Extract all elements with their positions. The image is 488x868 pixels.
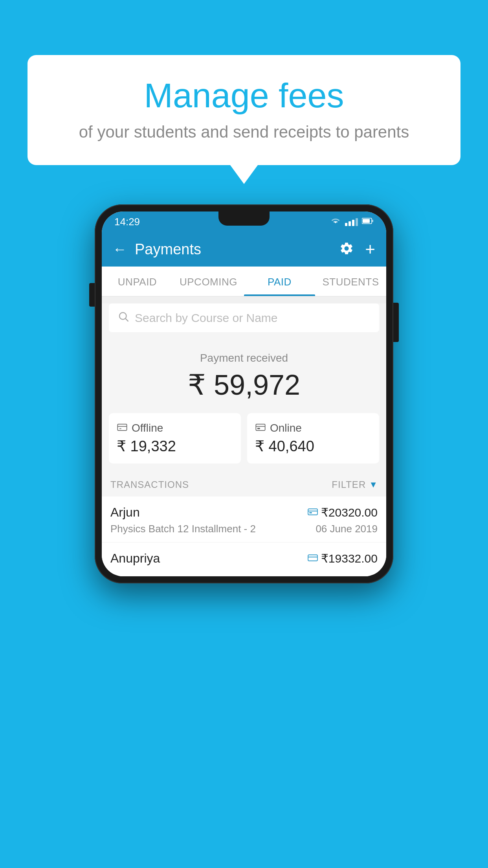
payment-amount: ₹ 59,972 [102,368,386,401]
offline-card-header: Offline [117,422,233,434]
tab-students[interactable]: STUDENTS [315,267,386,296]
transactions-label: TRANSACTIONS [110,479,189,490]
online-card: Online ₹ 40,640 [247,413,379,463]
speech-bubble-subtitle: of your students and send receipts to pa… [51,123,437,142]
svg-line-4 [126,319,128,322]
phone-container: 14:29 [95,204,393,583]
offline-type-icon-2 [308,554,318,563]
offline-card: Offline ₹ 19,332 [109,413,241,463]
transaction-name-2: Anupriya [110,551,160,566]
online-label: Online [270,422,302,434]
app-bar-actions: + [339,239,375,259]
online-amount: ₹ 40,640 [255,438,371,455]
speech-bubble-container: Manage fees of your students and send re… [28,55,460,165]
back-button[interactable]: ← [113,241,127,257]
online-card-header: Online [255,422,371,434]
status-icons [330,216,374,227]
transaction-amount-1: ₹20320.00 [321,506,378,519]
table-row[interactable]: Arjun ₹20320.00 [102,497,386,542]
filter-icon: ▼ [369,480,378,490]
filter-container[interactable]: FILTER ▼ [332,479,378,490]
tabs-container: UNPAID UPCOMING PAID STUDENTS [102,267,386,296]
online-type-icon-1 [308,508,318,517]
app-bar: ← Payments + [102,232,386,267]
app-bar-title: Payments [135,241,331,258]
status-bar: 14:29 [102,211,386,232]
svg-rect-13 [309,512,312,513]
speech-bubble-title: Manage fees [51,77,437,115]
payment-received-label: Payment received [102,352,386,364]
status-time: 14:29 [114,216,140,228]
offline-label: Offline [132,422,163,434]
signal-bars-icon [345,217,358,226]
svg-rect-14 [308,555,317,561]
svg-rect-10 [257,428,260,429]
transaction-bottom-1: Physics Batch 12 Installment - 2 06 June… [110,523,378,535]
battery-icon [362,217,374,226]
filter-label: FILTER [332,479,366,490]
transaction-top-2: Anupriya ₹19332.00 [110,551,378,566]
speech-bubble: Manage fees of your students and send re… [28,55,460,165]
svg-rect-5 [117,424,127,430]
tab-paid[interactable]: PAID [244,267,315,296]
transaction-amount-wrap-2: ₹19332.00 [308,552,378,565]
svg-point-3 [119,313,127,320]
transactions-header: TRANSACTIONS FILTER ▼ [102,471,386,497]
settings-icon[interactable] [339,241,354,257]
table-row[interactable]: Anupriya ₹19332.00 [102,542,386,576]
search-icon [117,311,129,325]
svg-rect-11 [308,509,317,515]
tab-unpaid[interactable]: UNPAID [102,267,173,296]
content-area: Search by Course or Name Payment receive… [102,303,386,576]
transaction-amount-2: ₹19332.00 [321,552,378,565]
payment-cards: Offline ₹ 19,332 [102,409,386,471]
transaction-course-1: Physics Batch 12 Installment - 2 [110,523,256,535]
wifi-icon [330,216,341,227]
online-payment-icon [255,422,266,434]
transaction-name-1: Arjun [110,505,140,520]
transaction-date-1: 06 June 2019 [316,523,378,535]
search-input[interactable]: Search by Course or Name [135,311,278,325]
payment-received-section: Payment received ₹ 59,972 [102,339,386,409]
svg-rect-2 [363,219,370,223]
offline-payment-icon [117,422,128,434]
transaction-top-1: Arjun ₹20320.00 [110,505,378,520]
phone-outer: 14:29 [95,204,393,583]
transaction-amount-wrap-1: ₹20320.00 [308,506,378,519]
svg-rect-8 [256,424,265,430]
notch [218,211,270,226]
add-button[interactable]: + [365,239,375,259]
search-bar[interactable]: Search by Course or Name [109,303,379,332]
phone-screen: 14:29 [102,211,386,576]
svg-rect-1 [372,220,373,222]
tab-upcoming[interactable]: UPCOMING [173,267,244,296]
offline-amount: ₹ 19,332 [117,438,233,455]
